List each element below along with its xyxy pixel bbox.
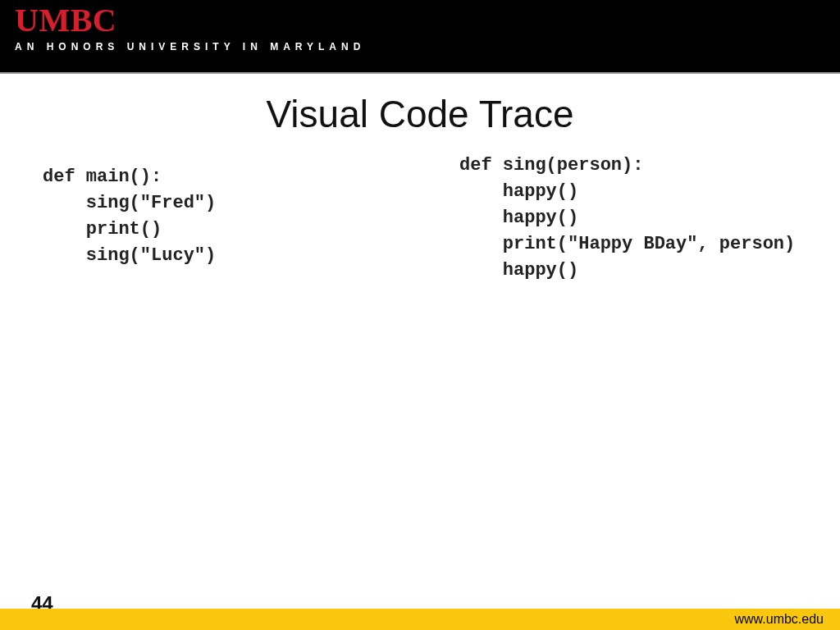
header-divider	[0, 72, 840, 74]
slide-footer: 44 www.umbc.edu	[0, 609, 840, 630]
footer-bar: www.umbc.edu	[0, 609, 840, 630]
slide-header: UMBC AN HONORS UNIVERSITY IN MARYLAND	[0, 0, 840, 72]
tagline: AN HONORS UNIVERSITY IN MARYLAND	[15, 41, 840, 52]
slide: UMBC AN HONORS UNIVERSITY IN MARYLAND Vi…	[0, 0, 840, 630]
umbc-logo: UMBC	[15, 5, 840, 36]
code-block-main: def main(): sing("Fred") print() sing("L…	[43, 164, 216, 269]
slide-title: Visual Code Trace	[0, 92, 840, 136]
code-block-sing: def sing(person): happy() happy() print(…	[459, 153, 795, 283]
footer-url: www.umbc.edu	[735, 612, 824, 627]
slide-content: def main(): sing("Fred") print() sing("L…	[0, 136, 840, 630]
